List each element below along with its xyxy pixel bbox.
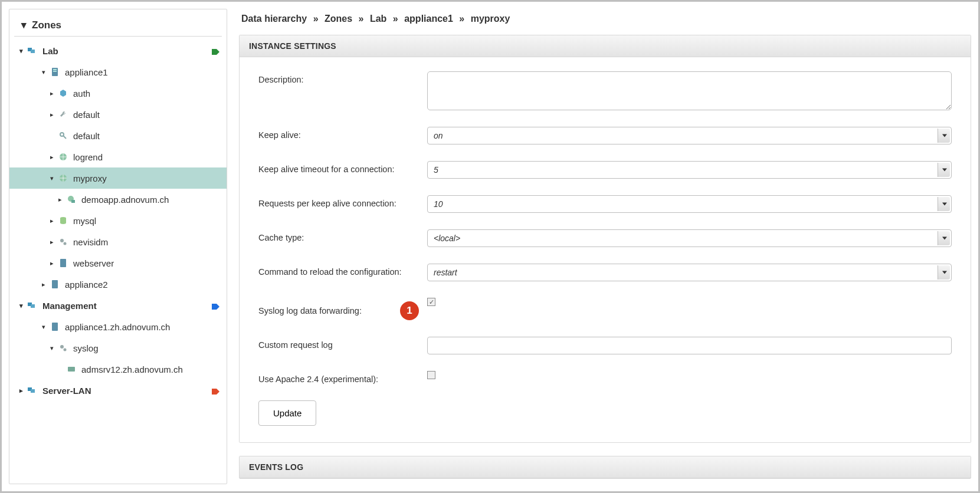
tree-node-label: syslog	[73, 343, 227, 353]
svg-rect-9	[71, 200, 75, 203]
keepalive-select[interactable]: on	[427, 127, 952, 144]
tree-node-mysql[interactable]: ▸ mysql	[9, 210, 227, 231]
breadcrumb-item[interactable]: appliance1	[404, 14, 453, 24]
svg-point-19	[64, 349, 67, 351]
server-icon	[50, 67, 60, 77]
tree-node-nevisidm[interactable]: ▸ nevisidm	[9, 231, 227, 252]
breadcrumb-sep-icon: »	[313, 14, 319, 24]
reload-command-select[interactable]: restart	[427, 264, 952, 281]
svg-point-11	[60, 239, 64, 242]
tree-node-label: appliance2	[65, 280, 227, 290]
tree-node-webserver[interactable]: ▸ webserver	[9, 252, 227, 274]
gears-icon	[58, 236, 68, 247]
chevron-down-icon: ▾	[21, 19, 28, 31]
requests-per-keepalive-select[interactable]: 10	[427, 195, 952, 213]
key-icon	[58, 130, 68, 141]
label-keepalive: Keep alive:	[258, 127, 427, 140]
cache-type-select[interactable]: <local>	[427, 229, 952, 247]
svg-rect-4	[53, 71, 57, 72]
chevron-down-icon: ▾	[40, 323, 47, 330]
tag-icon	[211, 387, 221, 394]
tag-icon	[211, 302, 221, 309]
breadcrumb-sep-icon: »	[359, 14, 364, 24]
chevron-right-icon: ▸	[48, 90, 55, 97]
select-value: 5	[434, 165, 438, 175]
breadcrumb-item[interactable]: Zones	[325, 14, 352, 24]
tree-node-label: webserver	[73, 258, 227, 268]
panel-events-log: EVENTS LOG	[239, 456, 971, 479]
tree-node-admsrv12[interactable]: admsrv12.zh.adnovum.ch	[9, 359, 227, 380]
svg-rect-16	[31, 304, 35, 308]
breadcrumb-item[interactable]: Lab	[370, 14, 386, 24]
tree-node-default-wrench[interactable]: ▸ default	[9, 104, 227, 125]
cube-icon	[58, 88, 68, 98]
globe-stack-icon	[66, 194, 77, 205]
tree-group-label: Lab	[42, 46, 211, 56]
chevron-right-icon: ▸	[40, 281, 47, 288]
label-text: Syslog log data forwarding:	[258, 306, 362, 315]
server-small-icon	[66, 364, 77, 374]
breadcrumb-item[interactable]: Data hierarchy	[241, 14, 307, 24]
tree-node-myproxy[interactable]: ▾ myproxy	[9, 167, 227, 189]
zone-icon	[27, 385, 38, 396]
tree-group-lab[interactable]: ▾ Lab	[9, 40, 227, 61]
chevron-right-icon: ▸	[48, 111, 55, 118]
chevron-down-icon: ▾	[48, 344, 55, 351]
tree-node-syslog[interactable]: ▾ syslog	[9, 337, 227, 359]
tree-node-default-key[interactable]: default	[9, 125, 227, 146]
tree-node-label: myproxy	[73, 173, 227, 183]
chevron-down-icon	[942, 271, 947, 274]
svg-rect-13	[60, 259, 66, 267]
sidebar: ▾ Zones ▾ Lab ▾ appliance1 ▸ auth ▸	[9, 9, 227, 484]
chevron-right-icon: ▸	[57, 196, 64, 203]
tree-node-label: default	[73, 110, 227, 120]
tree-node-demoapp[interactable]: ▸ demoapp.adnovum.ch	[9, 189, 227, 210]
breadcrumb: Data hierarchy » Zones » Lab » appliance…	[239, 9, 971, 35]
chevron-down-icon: ▾	[18, 302, 25, 309]
chevron-right-icon: ▸	[48, 153, 55, 160]
tree-node-appliance1[interactable]: ▾ appliance1	[9, 61, 227, 83]
tree-node-appliance2[interactable]: ▸ appliance2	[9, 274, 227, 295]
svg-rect-3	[53, 69, 57, 70]
tree-group-management[interactable]: ▾ Management	[9, 295, 227, 316]
tree-node-label: auth	[73, 88, 227, 98]
tree-node-label: demoapp.adnovum.ch	[81, 195, 227, 205]
blank-icon	[48, 132, 55, 139]
chevron-right-icon: ▸	[48, 238, 55, 245]
breadcrumb-item[interactable]: myproxy	[471, 14, 510, 24]
tree-node-auth[interactable]: ▸ auth	[9, 83, 227, 104]
syslog-forwarding-checkbox[interactable]: ✓	[427, 298, 435, 306]
svg-rect-17	[52, 323, 58, 331]
custom-request-log-input[interactable]	[427, 337, 952, 354]
tree-node-label: appliance1.zh.adnovum.ch	[65, 322, 227, 332]
tree-title: Zones	[32, 19, 61, 31]
chevron-down-icon	[942, 169, 947, 172]
select-value: 10	[434, 199, 443, 209]
panel-instance-settings: INSTANCE SETTINGS Description: Keep aliv…	[239, 35, 971, 443]
tree-node-label: default	[73, 131, 227, 141]
description-textarea[interactable]	[427, 71, 952, 110]
label-description: Description:	[258, 71, 427, 84]
update-button[interactable]: Update	[258, 400, 316, 426]
chevron-down-icon	[942, 203, 947, 206]
panel-header: INSTANCE SETTINGS	[240, 35, 971, 57]
tree-node-label: appliance1	[65, 67, 227, 77]
wrench-icon	[58, 109, 68, 120]
tree-node-logrend[interactable]: ▸ logrend	[9, 146, 227, 167]
tree-node-label: nevisidm	[73, 237, 227, 247]
chevron-right-icon: ▸	[18, 387, 25, 394]
keepalive-timeout-select[interactable]: 5	[427, 161, 952, 179]
tree-node-appliance1-zh[interactable]: ▾ appliance1.zh.adnovum.ch	[9, 316, 227, 337]
tree-group-serverlan[interactable]: ▸ Server-LAN	[9, 380, 227, 401]
svg-point-18	[60, 345, 64, 349]
tree-group-label: Management	[42, 301, 211, 311]
server-icon	[58, 258, 68, 268]
blank-icon	[57, 366, 64, 373]
zone-icon	[27, 300, 38, 311]
apache24-checkbox[interactable]	[427, 371, 435, 379]
tree-header-zones[interactable]: ▾ Zones	[14, 15, 222, 37]
database-icon	[58, 215, 68, 226]
chevron-down-icon	[942, 134, 947, 137]
label-custom-request-log: Custom request log	[258, 337, 427, 350]
gears-icon	[58, 343, 68, 353]
